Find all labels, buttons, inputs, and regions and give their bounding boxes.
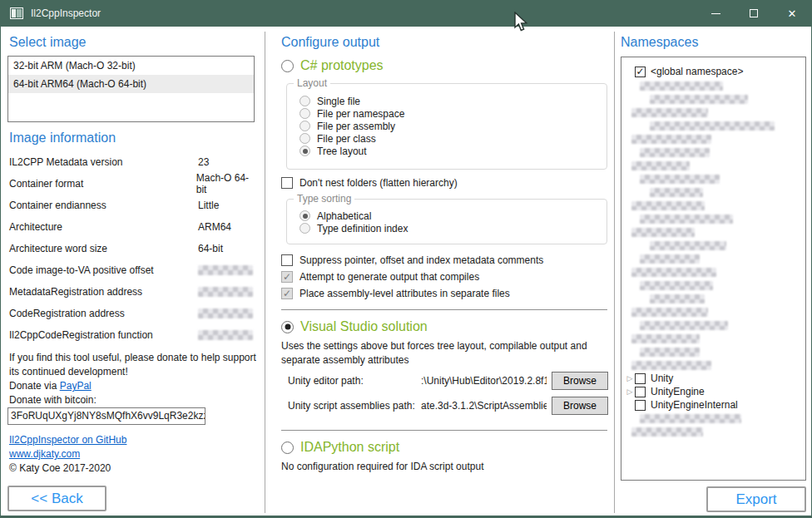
- website-link[interactable]: www.djkaty.com: [9, 448, 80, 460]
- expander-icon[interactable]: ▷: [625, 387, 635, 396]
- bitcoin-address-field[interactable]: 3FoRUqUXgYj8NY8sMQfhX6vv9LqR3e2kzz: [7, 407, 205, 425]
- radio-icon[interactable]: [300, 108, 310, 119]
- csharp-radio[interactable]: [281, 60, 294, 72]
- browse-script-path-button[interactable]: Browse: [552, 397, 608, 415]
- namespace-item-redacted[interactable]: [621, 185, 805, 199]
- radio-icon[interactable]: [300, 146, 310, 156]
- type-sorting-option-type-definition-index[interactable]: Type definition index: [300, 222, 607, 234]
- checkbox-label: Don't nest folders (flatten hierarchy): [300, 177, 458, 189]
- namespace-item-redacted[interactable]: [621, 212, 805, 225]
- namespace-item-redacted[interactable]: [621, 252, 805, 265]
- export-button[interactable]: Export: [706, 486, 806, 512]
- csharp-prototypes-option[interactable]: C# prototypes: [281, 58, 384, 73]
- namespace-item-redacted[interactable]: [621, 292, 805, 305]
- vs-label: Visual Studio solution: [300, 319, 428, 334]
- minimize-icon: [711, 13, 720, 14]
- radio-icon[interactable]: [300, 96, 310, 106]
- info-label: IL2CPP Metadata version: [9, 156, 190, 168]
- radio-icon[interactable]: [300, 210, 310, 221]
- namespace-label: <global namespace>: [651, 66, 743, 77]
- vs-radio[interactable]: [281, 321, 294, 333]
- checkbox-icon[interactable]: ✓: [281, 288, 293, 299]
- namespace-item-redacted[interactable]: [621, 119, 805, 132]
- checkbox-icon[interactable]: ✓: [635, 387, 646, 397]
- image-list-item-selected[interactable]: 64-bit ARM64 (Mach-O 64-bit): [8, 75, 254, 93]
- namespace-item-unityengine[interactable]: ▷ ✓ UnityEngine: [621, 385, 805, 398]
- layout-legend: Layout: [294, 77, 330, 89]
- layout-option-file-per-class[interactable]: File per class: [300, 132, 607, 145]
- namespace-item-redacted[interactable]: [621, 345, 805, 358]
- option-label: File per namespace: [317, 108, 404, 120]
- github-link[interactable]: Il2CppInspector on GitHub: [9, 434, 126, 446]
- donate-via-label: Donate via: [9, 380, 60, 392]
- close-button[interactable]: ✕: [773, 0, 811, 27]
- namespace-item-redacted[interactable]: [621, 225, 805, 239]
- maximize-button[interactable]: [735, 0, 773, 27]
- option-label: File per assembly: [317, 121, 395, 132]
- compilable-output-checkbox[interactable]: ✓ Attempt to generate output that compil…: [281, 271, 479, 283]
- ida-description: No configuration required for IDA script…: [281, 461, 483, 472]
- namespace-item-redacted[interactable]: [621, 305, 805, 318]
- unity-editor-path-label: Unity editor path:: [288, 375, 421, 387]
- namespace-item-unity[interactable]: ▷ ✓ Unity: [621, 372, 805, 385]
- info-value: Mach-O 64-bit: [196, 172, 259, 195]
- layout-option-file-per-namespace[interactable]: File per namespace: [300, 107, 607, 120]
- section-separator: [281, 309, 607, 310]
- namespace-item-redacted[interactable]: [621, 425, 805, 438]
- layout-option-tree-layout[interactable]: Tree layout: [300, 145, 607, 157]
- namespace-item-redacted[interactable]: [621, 79, 805, 92]
- info-row: Code image-to-VA positive offset: [9, 259, 259, 281]
- namespace-item-redacted[interactable]: [621, 279, 805, 292]
- checkbox-icon[interactable]: ✓: [281, 271, 293, 283]
- info-row: Container endiannessLittle: [9, 195, 259, 216]
- namespace-item-global[interactable]: ✓ <global namespace>: [621, 64, 805, 79]
- namespace-item-redacted[interactable]: [621, 332, 805, 345]
- expander-icon[interactable]: ▷: [625, 374, 635, 382]
- namespace-item-redacted[interactable]: [621, 92, 805, 106]
- namespace-item-redacted[interactable]: [621, 132, 805, 146]
- namespace-label: UnityEngineInternal: [651, 399, 738, 411]
- paypal-link[interactable]: PayPal: [60, 380, 92, 392]
- visual-studio-solution-option[interactable]: Visual Studio solution: [281, 319, 428, 334]
- idapython-script-option[interactable]: IDAPython script: [281, 440, 399, 455]
- namespace-item-redacted[interactable]: [621, 199, 805, 212]
- checkbox-icon[interactable]: ✓: [281, 177, 293, 189]
- left-column-separator: [265, 32, 265, 513]
- namespace-item-redacted[interactable]: [621, 239, 805, 252]
- info-label: Il2CppCodeRegistration function: [9, 329, 190, 341]
- back-button[interactable]: << Back: [7, 486, 106, 511]
- namespace-item-redacted[interactable]: [621, 265, 805, 279]
- radio-icon[interactable]: [300, 121, 310, 131]
- checkbox-icon[interactable]: ✓: [635, 67, 646, 77]
- namespace-item-redacted[interactable]: [621, 159, 805, 172]
- suppress-comments-checkbox[interactable]: ✓ Suppress pointer, offset and index met…: [281, 254, 543, 266]
- radio-icon[interactable]: [300, 223, 310, 234]
- namespace-item-redacted[interactable]: [621, 106, 805, 119]
- type-sorting-option-alphabetical[interactable]: Alphabetical: [300, 210, 607, 222]
- browse-editor-path-button[interactable]: Browse: [552, 372, 608, 390]
- checkbox-icon[interactable]: ✓: [635, 373, 646, 384]
- image-list-item[interactable]: 32-bit ARM (Mach-O 32-bit): [8, 57, 254, 75]
- namespace-item-redacted[interactable]: [621, 146, 805, 159]
- namespace-item-redacted[interactable]: [621, 412, 805, 425]
- minimize-button[interactable]: [696, 0, 735, 27]
- info-label: MetadataRegistration address: [9, 286, 190, 298]
- type-sorting-legend: Type sorting: [294, 193, 354, 205]
- namespace-item-redacted[interactable]: [621, 172, 805, 185]
- ida-radio[interactable]: [281, 442, 294, 454]
- namespace-item-unityengineinternal[interactable]: ✓ UnityEngineInternal: [621, 398, 805, 412]
- checkbox-icon[interactable]: ✓: [635, 400, 646, 411]
- layout-option-file-per-assembly[interactable]: File per assembly: [300, 120, 607, 132]
- layout-option-single-file[interactable]: Single file: [300, 95, 607, 107]
- separate-attributes-checkbox[interactable]: ✓ Place assembly-level attributes in sep…: [281, 288, 510, 299]
- redacted-value: [198, 287, 253, 297]
- namespace-item-redacted[interactable]: [621, 358, 805, 372]
- flatten-hierarchy-checkbox[interactable]: ✓ Don't nest folders (flatten hierarchy): [281, 177, 458, 189]
- image-information-header: Image information: [9, 131, 116, 146]
- checkbox-icon[interactable]: ✓: [281, 254, 293, 266]
- right-column-separator: [614, 32, 615, 513]
- unity-script-path-row: Unity script assemblies path: ate.3d-3.1…: [288, 397, 608, 415]
- radio-icon[interactable]: [300, 133, 310, 144]
- namespace-item-redacted[interactable]: [621, 318, 805, 332]
- copyright-text: © Katy Coe 2017-2020: [9, 462, 111, 474]
